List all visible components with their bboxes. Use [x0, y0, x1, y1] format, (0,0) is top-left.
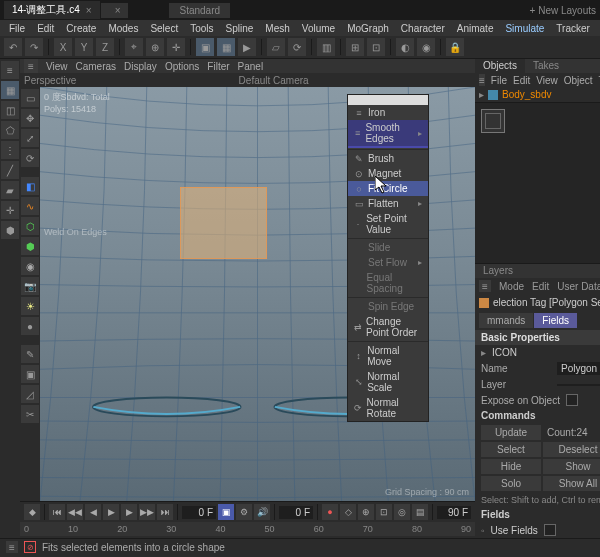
go-start-button[interactable]: ⏮: [49, 504, 65, 520]
start-frame-input[interactable]: 0 F: [279, 506, 313, 519]
attr-userdata[interactable]: User Data: [557, 281, 600, 292]
poly-pen-button[interactable]: ⬠: [1, 121, 19, 139]
render-settings-button[interactable]: ▦: [217, 38, 235, 56]
snap-button[interactable]: ⊞: [346, 38, 364, 56]
play-button[interactable]: ▶: [103, 504, 119, 520]
update-button[interactable]: Update: [481, 425, 541, 440]
key-options-button[interactable]: ⚙: [236, 504, 252, 520]
menu-brush[interactable]: ✎Brush: [348, 151, 428, 166]
layers-tab[interactable]: Layers: [475, 264, 521, 278]
om-edit[interactable]: Edit: [513, 75, 530, 86]
om-object[interactable]: Object: [564, 75, 593, 86]
axis-y-button[interactable]: Y: [75, 38, 93, 56]
brush-tool[interactable]: ✎: [21, 345, 39, 363]
icon-row[interactable]: ▸ ICON: [475, 345, 600, 360]
rotate-tool[interactable]: ⟳: [21, 149, 39, 167]
document-tab-1[interactable]: 14-调整工具.c4×: [4, 1, 100, 19]
show-button[interactable]: Show: [543, 459, 600, 474]
status-menu-icon[interactable]: ≡: [6, 541, 18, 553]
menu-icon[interactable]: ≡: [1, 61, 19, 79]
om-file[interactable]: File: [491, 75, 507, 86]
redo-button[interactable]: ↷: [25, 38, 43, 56]
new-layouts-button[interactable]: + New Layouts: [530, 5, 596, 16]
layer-input[interactable]: [557, 384, 600, 386]
timeline-ruler[interactable]: 0102030405060708090: [20, 522, 475, 536]
menu-fit-circle[interactable]: ○Fit Circle: [348, 181, 428, 196]
attr-edit[interactable]: Edit: [532, 281, 549, 292]
stop-icon[interactable]: ⊘: [24, 541, 36, 553]
next-key-button[interactable]: ▶▶: [139, 504, 155, 520]
attr-mode[interactable]: Mode: [499, 281, 524, 292]
menu-spline[interactable]: Spline: [221, 22, 259, 35]
axis-z-button[interactable]: Z: [96, 38, 114, 56]
om-view[interactable]: View: [536, 75, 558, 86]
axis-x-button[interactable]: X: [54, 38, 72, 56]
current-frame-input[interactable]: 0 F: [182, 506, 216, 519]
menu-change-point-order[interactable]: ⇄Change Point Order: [348, 314, 428, 340]
takes-tab[interactable]: Takes: [525, 59, 567, 73]
generator-button[interactable]: ⬡: [21, 217, 39, 235]
poly-mode-button[interactable]: ▰: [1, 181, 19, 199]
knife-tool[interactable]: ✂: [21, 405, 39, 423]
prev-key-button[interactable]: ◀◀: [67, 504, 83, 520]
menu-flatten[interactable]: ▭Flatten▸: [348, 196, 428, 211]
close-icon[interactable]: ×: [115, 5, 121, 16]
make-editable-button[interactable]: ▱: [267, 38, 285, 56]
go-end-button[interactable]: ⏭: [157, 504, 173, 520]
soft-sel-button[interactable]: ◉: [417, 38, 435, 56]
object-tree-area[interactable]: [475, 102, 600, 263]
live-select-tool[interactable]: ▭: [21, 89, 39, 107]
menu-mesh[interactable]: Mesh: [260, 22, 294, 35]
deselect-button[interactable]: Deselect: [543, 442, 600, 457]
hide-button[interactable]: Hide: [481, 459, 541, 474]
layout-selector[interactable]: Standard: [169, 3, 230, 18]
object-name[interactable]: Body_sbdv: [502, 89, 551, 100]
viewport-projection[interactable]: Perspective: [24, 75, 76, 86]
menu-normal-rotate[interactable]: ⟳Normal Rotate: [348, 395, 428, 421]
tab-fields[interactable]: Fields: [534, 313, 577, 328]
deformer-button[interactable]: ⬢: [21, 237, 39, 255]
menu-simulate[interactable]: Simulate: [500, 22, 549, 35]
camera-button[interactable]: 📷: [21, 277, 39, 295]
spline-primitive[interactable]: ∿: [21, 197, 39, 215]
menu-magnet[interactable]: ⊙Magnet: [348, 166, 428, 181]
select-button[interactable]: Select: [481, 442, 541, 457]
placement-button[interactable]: ⊕: [146, 38, 164, 56]
show-all-button[interactable]: Show All: [543, 476, 600, 491]
light-button[interactable]: ☀: [21, 297, 39, 315]
record-button[interactable]: ●: [322, 504, 338, 520]
close-icon[interactable]: ×: [86, 5, 92, 16]
menu-tracker[interactable]: Tracker: [551, 22, 595, 35]
field-button[interactable]: ◉: [21, 257, 39, 275]
object-row[interactable]: ▸ Body_sbdv: [475, 87, 600, 102]
menu-handle[interactable]: [348, 95, 428, 105]
coord-button[interactable]: ⌖: [125, 38, 143, 56]
end-frame-input[interactable]: 90 F: [437, 506, 471, 519]
menu-normal-scale[interactable]: ⤡Normal Scale: [348, 369, 428, 395]
expand-icon[interactable]: ▸: [479, 89, 484, 100]
axis-mode-button[interactable]: ✛: [1, 201, 19, 219]
menu-normal-move[interactable]: ↕Normal Move: [348, 343, 428, 369]
menu-modes[interactable]: Modes: [103, 22, 143, 35]
render-view-button[interactable]: ▣: [196, 38, 214, 56]
keyframe-record-icon[interactable]: ◆: [24, 504, 40, 520]
lock-button[interactable]: 🔒: [446, 38, 464, 56]
solo-button[interactable]: Solo: [481, 476, 541, 491]
expose-checkbox[interactable]: [566, 394, 578, 406]
asset-browser-button[interactable]: ▥: [317, 38, 335, 56]
symmetry-button[interactable]: ◐: [396, 38, 414, 56]
reset-button[interactable]: ⟳: [288, 38, 306, 56]
edge-cut-button[interactable]: ◫: [1, 101, 19, 119]
vp-menu-icon[interactable]: ≡: [24, 59, 38, 73]
objects-tab[interactable]: Objects: [475, 59, 525, 73]
extrude-tool[interactable]: ▣: [21, 365, 39, 383]
cube-primitive[interactable]: ◧: [21, 177, 39, 195]
key-param-button[interactable]: ▤: [412, 504, 428, 520]
vp-menu-options[interactable]: Options: [165, 61, 199, 72]
vp-menu-display[interactable]: Display: [124, 61, 157, 72]
material-button[interactable]: ●: [21, 317, 39, 335]
attr-menu-icon[interactable]: ≡: [479, 280, 491, 292]
tab-commands[interactable]: mmands: [479, 313, 533, 328]
undo-button[interactable]: ↶: [4, 38, 22, 56]
edge-mode-button[interactable]: ╱: [1, 161, 19, 179]
